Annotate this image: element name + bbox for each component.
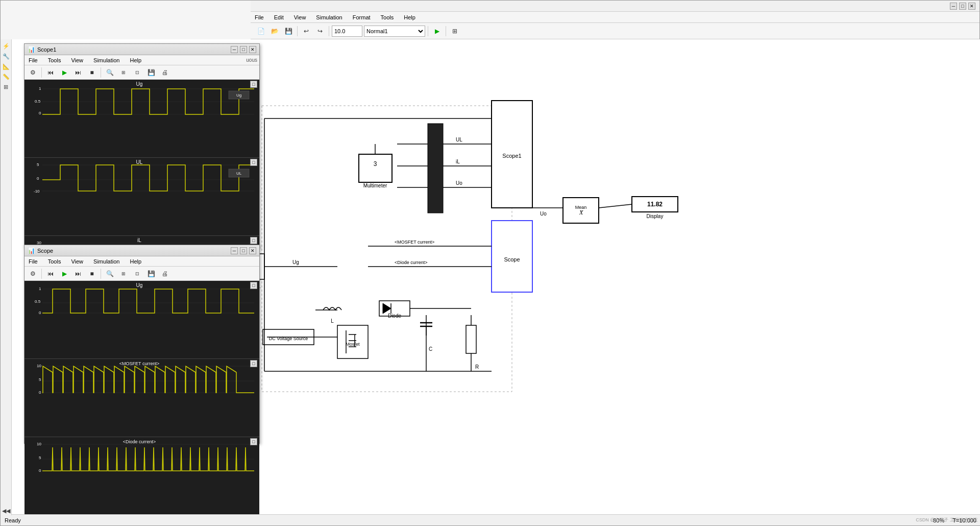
- svg-text:Uo: Uo: [540, 211, 547, 217]
- menu-simulation[interactable]: Simulation: [314, 13, 344, 21]
- scope1-zoom-btn[interactable]: 🔍: [104, 66, 116, 79]
- scope1-zoom2-btn[interactable]: ⊞: [117, 66, 130, 79]
- scope1-icon: 📊: [28, 46, 35, 53]
- svg-text:1: 1: [39, 86, 41, 91]
- svg-text:L: L: [331, 318, 334, 324]
- scope1-ug-maximize[interactable]: □: [250, 81, 257, 88]
- scope1-titlebar: 📊 Scope1 ─ □ ✕: [24, 44, 259, 55]
- tb-run-btn[interactable]: ▶: [431, 25, 443, 37]
- menu-edit[interactable]: Edit: [272, 13, 286, 21]
- scope1-minimize-btn[interactable]: ─: [231, 46, 238, 53]
- scope2-autoscale-btn[interactable]: ⊡: [131, 268, 143, 280]
- watermark: CSDN @小王子 工程技术学院: [916, 517, 977, 523]
- scope2-next-btn[interactable]: ⏭: [72, 268, 84, 280]
- main-restore-btn[interactable]: □: [959, 3, 966, 10]
- scope1-prev-btn[interactable]: ⏮: [44, 66, 57, 79]
- scope2-title: Scope: [37, 248, 53, 254]
- svg-text:UL: UL: [136, 159, 143, 165]
- scope2-zoom2-btn[interactable]: ⊞: [117, 268, 130, 280]
- scope1-stop-btn[interactable]: ■: [86, 66, 98, 79]
- scope1-next-btn[interactable]: ⏭: [72, 66, 84, 79]
- main-titlebar-right: ─ □ ✕: [251, 1, 979, 12]
- svg-text:0: 0: [37, 176, 39, 181]
- svg-text:0.5: 0.5: [35, 299, 41, 304]
- scope1-menu-tools[interactable]: Tools: [46, 56, 63, 64]
- svg-text:UL: UL: [236, 171, 242, 176]
- scope2-menu-file[interactable]: File: [27, 257, 40, 266]
- scope2-stop-btn[interactable]: ■: [86, 268, 98, 280]
- scope2-play-btn[interactable]: ▶: [58, 268, 70, 280]
- scope1-plot-ug: □ Ug 1 0.5 0: [24, 80, 259, 158]
- svg-text:Ug: Ug: [136, 81, 143, 87]
- svg-text:-10: -10: [34, 189, 40, 194]
- simulation-mode-select[interactable]: Normal1: [364, 26, 425, 37]
- svg-text:Multimeter: Multimeter: [363, 183, 387, 188]
- svg-text:5: 5: [37, 162, 39, 167]
- menu-view[interactable]: View: [292, 13, 308, 21]
- scope2-menu-tools[interactable]: Tools: [46, 257, 63, 266]
- scope1-settings-btn[interactable]: ⚙: [27, 66, 39, 79]
- scope2-settings-btn[interactable]: ⚙: [27, 268, 39, 280]
- scope1-maximize-btn[interactable]: □: [240, 46, 247, 53]
- tb-sep4: [446, 26, 446, 36]
- scope2-mosfet-maximize[interactable]: □: [250, 360, 257, 367]
- scope2-menu-simulation[interactable]: Simulation: [91, 257, 121, 266]
- scope1-save-btn[interactable]: 💾: [145, 66, 157, 79]
- scope2-print-btn[interactable]: 🖨: [159, 268, 171, 280]
- sidebar-icon-bottom-1[interactable]: ◀◀: [2, 506, 11, 515]
- scope1-menu-file[interactable]: File: [27, 56, 40, 64]
- sidebar-icon-3[interactable]: 📐: [2, 62, 11, 71]
- scope2-ug-maximize[interactable]: □: [250, 282, 257, 289]
- scope2-diode-maximize[interactable]: □: [250, 438, 257, 445]
- scope2-prev-btn[interactable]: ⏮: [44, 268, 57, 280]
- sidebar-icon-4[interactable]: 📏: [2, 72, 11, 81]
- scope1-play-btn[interactable]: ▶: [58, 66, 70, 79]
- scope1-close-btn[interactable]: ✕: [249, 46, 256, 53]
- scope2-save-btn[interactable]: 💾: [145, 268, 157, 280]
- scope1-sep2: [101, 67, 101, 78]
- scope2-maximize-btn[interactable]: □: [240, 247, 247, 254]
- tb-save-btn[interactable]: 💾: [282, 25, 295, 37]
- svg-text:𝑋̄: 𝑋̄: [579, 209, 583, 216]
- sidebar-icon-1[interactable]: ⚡: [2, 41, 11, 51]
- menu-help[interactable]: Help: [402, 13, 418, 21]
- scope1-ul-maximize[interactable]: □: [250, 159, 257, 166]
- scope2-plot-diode: □ <Diode current> 10 5 0: [24, 437, 259, 515]
- scope1-menu-help[interactable]: Help: [128, 56, 143, 64]
- main-close-btn[interactable]: ✕: [968, 3, 975, 10]
- tb-open-btn[interactable]: 📂: [268, 25, 281, 37]
- main-minimize-btn[interactable]: ─: [950, 3, 957, 10]
- scope1-menu-view[interactable]: View: [69, 56, 85, 64]
- scope2-close-btn[interactable]: ✕: [249, 247, 256, 254]
- scope1-print-btn[interactable]: 🖨: [159, 66, 171, 79]
- simulation-time-input[interactable]: [332, 26, 362, 37]
- main-window: Scope1 Scope Mean 𝑋̄ 11.82 Display 3 Mul…: [0, 0, 980, 526]
- tb-grid-btn[interactable]: ⊞: [449, 25, 461, 37]
- sidebar-icon-5[interactable]: ⊞: [2, 82, 11, 91]
- scope2-minimize-btn[interactable]: ─: [231, 247, 238, 254]
- svg-rect-13: [359, 154, 392, 182]
- svg-rect-67: [428, 124, 443, 213]
- left-sidebar: ⚡ 🔧 📐 📏 ⊞ ◀◀: [1, 39, 12, 515]
- main-menubar: File Edit View Simulation Format Tools H…: [251, 12, 979, 23]
- menu-format[interactable]: Format: [351, 13, 373, 21]
- scope2-sep2: [101, 269, 101, 279]
- scope1-menu-simulation[interactable]: Simulation: [91, 56, 121, 64]
- scope1-autoscale-btn[interactable]: ⊡: [131, 66, 143, 79]
- svg-text:<Diode current>: <Diode current>: [123, 439, 156, 444]
- sidebar-icon-2[interactable]: 🔧: [2, 52, 11, 61]
- menu-tools[interactable]: Tools: [379, 13, 396, 21]
- sidebar-bottom: ◀◀: [2, 506, 11, 515]
- tb-redo-btn[interactable]: ↪: [314, 25, 326, 37]
- menu-file[interactable]: File: [253, 13, 266, 21]
- scope2-menu-view[interactable]: View: [69, 257, 85, 266]
- scope2-menu-help[interactable]: Help: [128, 257, 143, 266]
- svg-text:Ug: Ug: [236, 93, 241, 98]
- scope2-zoom-btn[interactable]: 🔍: [104, 268, 116, 280]
- tb-undo-btn[interactable]: ↩: [300, 25, 312, 37]
- svg-text:10: 10: [37, 442, 41, 446]
- scope1-il-maximize[interactable]: □: [250, 237, 257, 244]
- svg-text:0.5: 0.5: [35, 99, 41, 104]
- svg-text:Scope: Scope: [504, 256, 520, 262]
- tb-new-btn[interactable]: 📄: [255, 25, 267, 37]
